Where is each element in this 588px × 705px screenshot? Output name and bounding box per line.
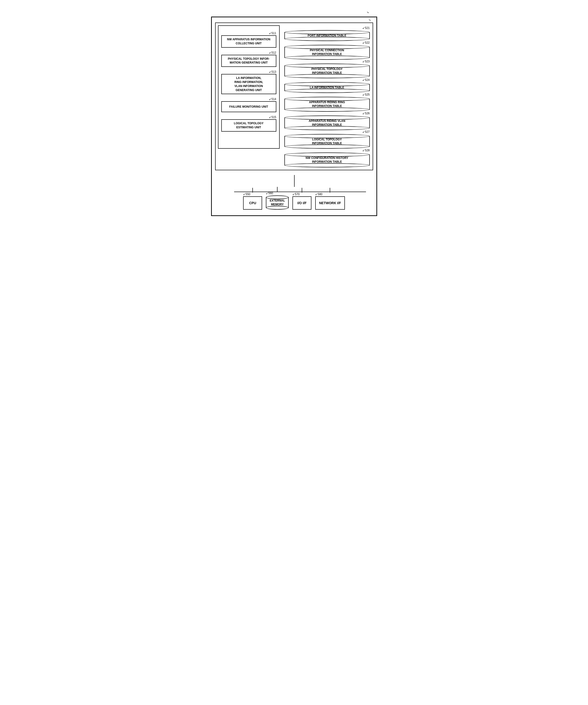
db-shape: LOGICAL TOPOLOGYINFORMATION TABLE: [284, 134, 370, 149]
bottom-container: ↙550CPU↙560EXTERNALMEMORY↙570I/O I/F↙580…: [243, 187, 345, 209]
db-top: [284, 63, 370, 68]
db-top: [284, 82, 370, 86]
unit-item: ↙512PHYSICAL TOPOLOGY INFOR-MATION GENER…: [221, 51, 276, 67]
ref-510: ⤷: [369, 18, 371, 22]
bottom-item-wrapper: ↙580NETWORK I/F: [315, 188, 345, 209]
db-top: [284, 97, 370, 101]
bottom-ref: ↙570: [292, 193, 300, 196]
db-ref: ↙526: [284, 112, 370, 115]
bottom-item-wrapper: ↙570I/O I/F: [292, 188, 311, 209]
db-shape: PHYSICAL TOPOLOGYINFORMATION TABLE: [284, 63, 370, 78]
db-ref: ↙521: [284, 26, 370, 30]
ext-mem-top: [266, 195, 289, 199]
page-container: ⤷ ⤷ ↙511NW APPARATUS INFORMATIONCOLLECTI…: [211, 9, 377, 216]
db-shape: PORT INFORMATION TABLE: [284, 30, 370, 41]
db-item: ↙525APPARATUS RIDING RINGINFORMATION TAB…: [284, 93, 370, 111]
unit-box: NW APPARATUS INFORMATIONCOLLECTING UNIT: [221, 35, 276, 48]
right-column: ↙521PORT INFORMATION TABLE↙522PHYSICAL C…: [284, 26, 370, 168]
bottom-ref: ↙560: [266, 192, 273, 195]
bottom-ref: ↙580: [315, 193, 322, 196]
db-bottom: [284, 74, 370, 78]
db-ref: ↙523: [284, 60, 370, 63]
db-shape: APPARATUS RIDING VLANINFORMATION TABLE: [284, 115, 370, 130]
db-ref: ↙522: [284, 41, 370, 44]
tables-container: ↙521PORT INFORMATION TABLE↙522PHYSICAL C…: [284, 26, 370, 168]
db-bottom: [284, 126, 370, 130]
db-top: [284, 134, 370, 138]
unit-item: ↙514FAILURE MONITORING UNIT: [221, 97, 276, 112]
unit-box: LOGICAL TOPOLOGYESTIMATING UNIT: [221, 119, 276, 132]
unit-item: ↙513LA INFORMATION,RING INFORMATION,VLAN…: [221, 70, 276, 94]
bottom-item-wrapper: ↙550CPU: [243, 188, 262, 209]
db-shape: PHYSICAL CONNECTIONINFORMATION TABLE: [284, 45, 370, 59]
db-ref: ↙524: [284, 78, 370, 82]
unit-ref: ↙514: [221, 97, 276, 101]
bottom-item-wrapper: ↙560EXTERNALMEMORY: [266, 187, 289, 209]
db-item: ↙523PHYSICAL TOPOLOGYINFORMATION TABLE: [284, 60, 370, 78]
v-connector: [277, 187, 277, 192]
bottom-row: ↙550CPU↙560EXTERNALMEMORY↙570I/O I/F↙580…: [215, 185, 373, 212]
bottom-box: I/O I/F: [292, 196, 311, 209]
db-item: ↙521PORT INFORMATION TABLE: [284, 26, 370, 41]
db-top: [284, 30, 370, 34]
memory-box: ↙511NW APPARATUS INFORMATIONCOLLECTING U…: [218, 26, 280, 149]
unit-ref: ↙512: [221, 51, 276, 54]
ref-500: ⤷: [367, 11, 369, 14]
db-top: [284, 115, 370, 120]
bottom-ref: ↙550: [243, 193, 250, 196]
db-bottom: [284, 163, 370, 168]
db-ref: ↙527: [284, 130, 370, 134]
v-connector: [302, 188, 302, 193]
unit-box: LA INFORMATION,RING INFORMATION,VLAN INF…: [221, 74, 276, 94]
unit-ref: ↙511: [221, 32, 276, 35]
bus-area: [215, 173, 373, 185]
db-bottom: [284, 89, 370, 93]
unit-item: ↙511NW APPARATUS INFORMATIONCOLLECTING U…: [221, 32, 276, 48]
bottom-box: NETWORK I/F: [315, 196, 345, 209]
unit-box: FAILURE MONITORING UNIT: [221, 101, 276, 112]
bottom-box: CPU: [243, 196, 262, 209]
v-connector: [253, 188, 253, 193]
ext-mem-bottom: [266, 206, 289, 209]
unit-box: PHYSICAL TOPOLOGY INFOR-MATION GENERATIN…: [221, 55, 276, 67]
ext-mem-shape: EXTERNALMEMORY: [266, 195, 289, 209]
db-ref: ↙528: [284, 149, 370, 152]
db-item: ↙524LA INFORMATION TABLE: [284, 78, 370, 93]
db-bottom: [284, 144, 370, 149]
unit-ref: ↙515: [221, 115, 276, 119]
units-container: ↙511NW APPARATUS INFORMATIONCOLLECTING U…: [221, 32, 276, 132]
unit-ref: ↙513: [221, 70, 276, 74]
db-ref: ↙525: [284, 93, 370, 96]
unit-item: ↙515LOGICAL TOPOLOGYESTIMATING UNIT: [221, 115, 276, 132]
db-item: ↙528NW CONFIGURATION HISTORYINFORMATION …: [284, 149, 370, 167]
db-bottom: [284, 55, 370, 60]
inner-layout: ↙511NW APPARATUS INFORMATIONCOLLECTING U…: [218, 26, 370, 168]
db-bottom: [284, 37, 370, 41]
db-shape: NW CONFIGURATION HISTORYINFORMATION TABL…: [284, 152, 370, 167]
v-connector: [330, 188, 330, 193]
db-item: ↙526APPARATUS RIDING VLANINFORMATION TAB…: [284, 112, 370, 130]
db-shape: APPARATUS RIDING RINGINFORMATION TABLE: [284, 97, 370, 111]
management-server-box: ⤷ ⤷ ↙511NW APPARATUS INFORMATIONCOLLECTI…: [211, 16, 377, 216]
db-item: ↙527LOGICAL TOPOLOGYINFORMATION TABLE: [284, 130, 370, 149]
db-shape: LA INFORMATION TABLE: [284, 82, 370, 93]
db-bottom: [284, 107, 370, 112]
db-item: ↙522PHYSICAL CONNECTIONINFORMATION TABLE: [284, 41, 370, 59]
